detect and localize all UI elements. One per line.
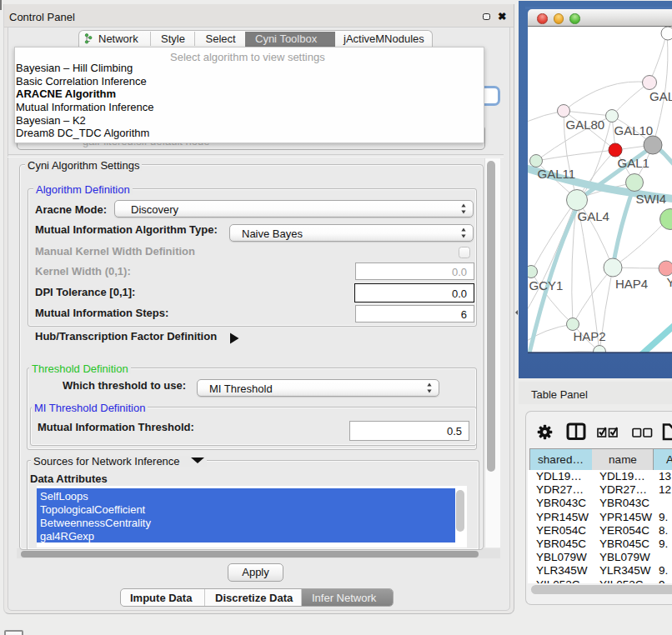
svg-text:GAL80: GAL80 <box>566 118 605 132</box>
svg-text:SWI4: SWI4 <box>636 192 667 206</box>
svg-text:GAL1: GAL1 <box>618 156 649 170</box>
svg-text:GAL10: GAL10 <box>614 123 654 138</box>
svg-text:GAL11: GAL11 <box>538 167 576 181</box>
svg-text:GAL4: GAL4 <box>578 209 609 223</box>
svg-text:GCY1: GCY1 <box>529 278 564 292</box>
svg-text:GAL: GAL <box>649 89 672 103</box>
svg-text:HAP4: HAP4 <box>615 277 648 291</box>
svg-text:Y: Y <box>667 275 672 289</box>
svg-text:HAP2: HAP2 <box>574 329 606 343</box>
